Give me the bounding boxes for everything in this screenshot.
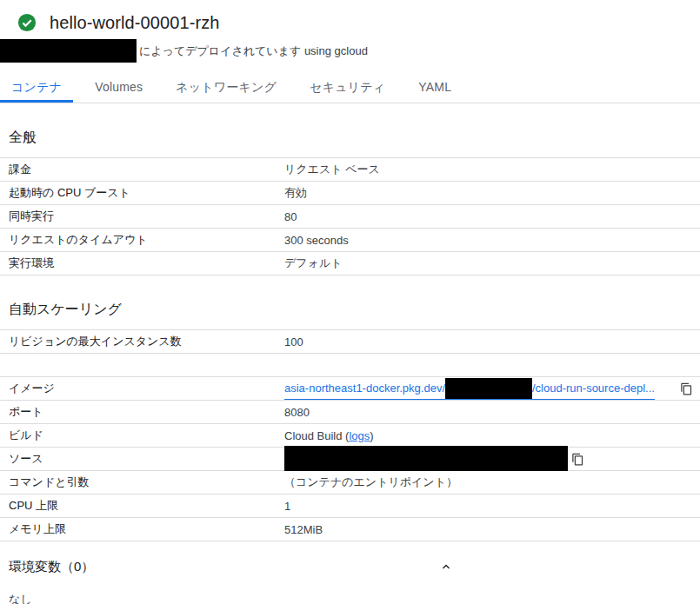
table-row-execution-env: 実行環境 デフォルト xyxy=(0,252,700,275)
row-label: ビルド xyxy=(0,428,284,443)
build-value-prefix: Cloud Build ( xyxy=(284,429,349,442)
section-title-env-vars: 環境変数（0） xyxy=(0,559,94,575)
title-row: hello-world-00001-rzh xyxy=(0,12,700,33)
row-value: 80 xyxy=(284,210,700,223)
table-row-request-timeout: リクエストのタイムアウト 300 seconds xyxy=(0,229,700,252)
table-row-command-args: コマンドと引数 （コンテナのエントリポイント） xyxy=(0,471,700,494)
table-row-cpu-boost: 起動時の CPU ブースト 有効 xyxy=(0,182,700,205)
row-label: 課金 xyxy=(0,162,284,177)
table-row-billing: 課金 リクエスト ベース xyxy=(0,158,700,182)
tab-container[interactable]: コンテナ xyxy=(0,74,73,103)
table-row-cpu-limit: CPU 上限 1 xyxy=(0,494,700,518)
row-label: 同時実行 xyxy=(0,209,284,224)
redacted-project-id xyxy=(445,378,532,399)
tab-security[interactable]: セキュリティ xyxy=(298,74,397,103)
row-value: リクエスト ベース xyxy=(284,162,700,177)
tab-bar: コンテナ Volumes ネットワーキング セキュリティ YAML xyxy=(0,74,700,103)
revision-details-page: hello-world-00001-rzh によってデプロイされています usi… xyxy=(0,0,700,604)
tab-yaml[interactable]: YAML xyxy=(407,74,463,103)
row-value: 300 seconds xyxy=(284,234,700,247)
container-tab-panel: 全般 課金 リクエスト ベース 起動時の CPU ブースト 有効 同時実行 80… xyxy=(0,129,700,604)
section-title-autoscaling: 自動スケーリング xyxy=(9,301,700,319)
table-row-source: ソース xyxy=(0,448,700,471)
redacted-source-location xyxy=(284,446,568,471)
row-label: 起動時の CPU ブースト xyxy=(0,185,284,201)
table-row-memory-limit: メモリ上限 512MiB xyxy=(0,518,700,541)
section-title-general: 全般 xyxy=(9,129,700,147)
table-row-port: ポート 8080 xyxy=(0,401,700,424)
row-label: リクエストのタイムアウト xyxy=(0,232,284,248)
row-value: 1 xyxy=(284,500,700,513)
table-row-image: イメージ asia-northeast1-docker.pkg.dev//clo… xyxy=(0,377,700,401)
row-label: リビジョンの最大インスタンス数 xyxy=(0,334,284,349)
content-copy-icon xyxy=(680,382,693,395)
row-label: イメージ xyxy=(0,381,284,396)
page-title: hello-world-00001-rzh xyxy=(50,13,220,33)
row-value: デフォルト xyxy=(284,256,700,271)
general-table: 課金 リクエスト ベース 起動時の CPU ブースト 有効 同時実行 80 リク… xyxy=(0,157,700,275)
image-link-suffix: /cloud-run-source-depl... xyxy=(532,382,655,395)
row-value: 512MiB xyxy=(284,523,700,536)
collapse-env-button[interactable] xyxy=(437,558,455,578)
image-link-prefix: asia-northeast1-docker.pkg.dev/ xyxy=(284,382,445,395)
row-label: CPU 上限 xyxy=(0,498,284,514)
copy-image-button[interactable] xyxy=(677,382,700,395)
table-row-build: ビルド Cloud Build (logs) xyxy=(0,424,700,448)
content-copy-icon xyxy=(571,453,584,466)
row-label: メモリ上限 xyxy=(0,521,284,537)
env-vars-section-header: 環境変数（0） xyxy=(0,555,700,579)
table-row-concurrency: 同時実行 80 xyxy=(0,205,700,229)
build-logs-link[interactable]: logs xyxy=(349,429,370,442)
redacted-deployer-name xyxy=(0,39,137,63)
copy-source-button[interactable] xyxy=(568,453,591,466)
status-check-circle-icon xyxy=(17,13,37,32)
build-value-suffix: ) xyxy=(370,429,373,442)
row-label: 実行環境 xyxy=(0,256,284,271)
autoscaling-table: リビジョンの最大インスタンス数 100 xyxy=(0,329,700,354)
row-label: コマンドと引数 xyxy=(0,475,284,490)
revision-header: hello-world-00001-rzh によってデプロイされています usi… xyxy=(0,0,700,63)
table-row-max-instances: リビジョンの最大インスタンス数 100 xyxy=(0,330,700,354)
tab-volumes[interactable]: Volumes xyxy=(83,74,154,103)
image-link[interactable]: asia-northeast1-docker.pkg.dev//cloud-ru… xyxy=(284,378,655,400)
chevron-up-icon xyxy=(439,560,453,574)
row-value: （コンテナのエントリポイント） xyxy=(284,475,700,490)
row-label: ポート xyxy=(0,404,284,420)
container-config-table: イメージ asia-northeast1-docker.pkg.dev//clo… xyxy=(0,376,700,541)
row-value: 8080 xyxy=(284,406,700,419)
deploy-note-text: によってデプロイされています using gcloud xyxy=(139,43,368,59)
row-label: ソース xyxy=(0,451,284,467)
row-value: 100 xyxy=(284,335,700,348)
tab-networking[interactable]: ネットワーキング xyxy=(164,74,288,103)
row-value: 有効 xyxy=(284,185,700,201)
deploy-note-row: によってデプロイされています using gcloud xyxy=(0,39,700,63)
env-empty-text: なし xyxy=(9,592,700,604)
